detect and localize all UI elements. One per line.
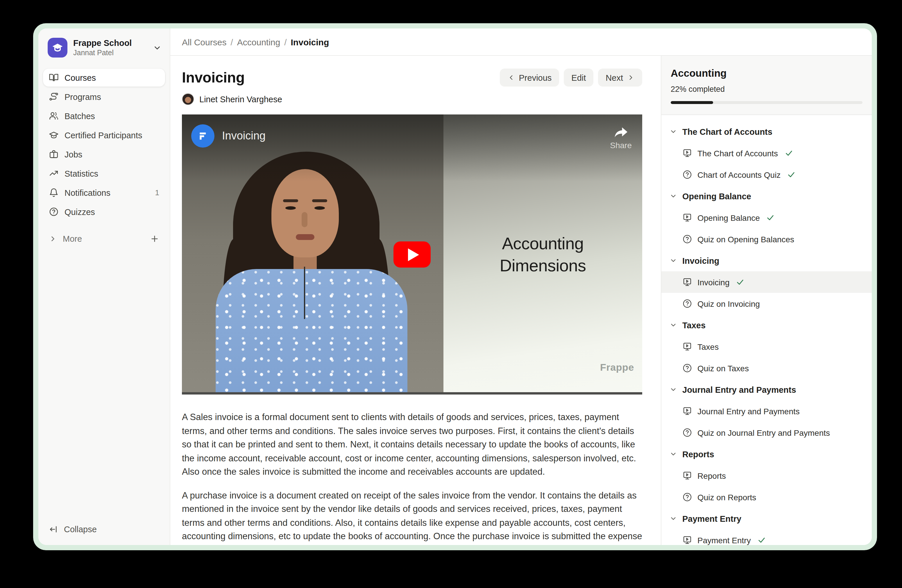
video-title-overlay: Invoicing — [191, 124, 266, 148]
outline-quiz-quiz-on-reports[interactable]: Quiz on Reports — [661, 486, 872, 508]
outline-item-label: Quiz on Opening Balances — [697, 235, 794, 244]
sidebar-item-label: Certified Participants — [64, 130, 143, 140]
chevron-down-icon — [153, 43, 161, 52]
help-circle-icon — [682, 428, 692, 438]
outline-quiz-quiz-on-journal-entry-and-payments[interactable]: Quiz on Journal Entry and Payments — [661, 422, 872, 443]
chapter-title: Taxes — [682, 321, 706, 330]
help-circle-icon — [682, 234, 692, 244]
outline-item-label: The Chart of Accounts — [697, 149, 778, 158]
outline-video-invoicing[interactable]: Invoicing — [661, 271, 872, 293]
workspace-user: Jannat Patel — [73, 48, 132, 57]
notification-count-badge: 1 — [155, 188, 159, 197]
outline-chapter-the-chart-of-accounts[interactable]: The Chart of Accounts — [661, 121, 872, 142]
outline-video-payment-entry[interactable]: Payment Entry — [661, 529, 872, 545]
sidebar-item-programs[interactable]: Programs — [43, 88, 165, 106]
chapter-title: Journal Entry and Payments — [682, 385, 796, 394]
collapse-label: Collapse — [64, 524, 97, 534]
chevron-down-icon — [670, 321, 677, 329]
frappe-video-logo-icon[interactable] — [191, 124, 215, 148]
completed-check-icon — [784, 149, 793, 158]
sidebar-item-more[interactable]: More — [43, 230, 165, 247]
lesson-main: Invoicing Previous Edit Nex — [170, 56, 661, 545]
sidebar-menu: CoursesProgramsBatchesCertified Particip… — [43, 69, 165, 221]
youtube-play-button[interactable] — [393, 241, 431, 267]
sidebar-item-notifications[interactable]: Notifications1 — [43, 184, 165, 202]
video-title[interactable]: Invoicing — [222, 130, 266, 142]
graduation-cap-icon — [49, 130, 59, 140]
monitor-play-icon — [682, 148, 692, 158]
sidebar-item-certified-participants[interactable]: Certified Participants — [43, 126, 165, 144]
monitor-play-icon — [682, 277, 692, 287]
monitor-play-icon — [682, 342, 692, 352]
help-circle-icon — [49, 207, 59, 217]
video-progress-bar[interactable] — [182, 392, 642, 394]
outline-quiz-quiz-on-invoicing[interactable]: Quiz on Invoicing — [661, 293, 872, 314]
outline-chapter-payment-entry[interactable]: Payment Entry — [661, 508, 872, 529]
chapter-title: Opening Balance — [682, 191, 751, 201]
page-title: Invoicing — [182, 69, 245, 86]
progress-text: 22% completed — [671, 85, 863, 94]
monitor-play-icon — [682, 213, 692, 222]
outline-chapter-journal-entry-and-payments[interactable]: Journal Entry and Payments — [661, 379, 872, 400]
chapter-title: Reports — [682, 449, 714, 459]
add-button[interactable] — [150, 234, 159, 243]
outline-item-label: Invoicing — [697, 277, 730, 287]
outline-video-the-chart-of-accounts[interactable]: The Chart of Accounts — [661, 142, 872, 164]
outline-item-label: Quiz on Reports — [697, 493, 756, 502]
lesson-paragraph: A Sales invoice is a formal document sen… — [182, 410, 642, 479]
frappe-school-logo — [48, 38, 67, 58]
sidebar-item-batches[interactable]: Batches — [43, 107, 165, 125]
sidebar-more-label: More — [63, 234, 82, 243]
workspace-switcher[interactable]: Frappe School Jannat Patel — [43, 34, 165, 61]
breadcrumb-all-courses[interactable]: All Courses — [182, 37, 226, 47]
outline-item-label: Taxes — [697, 342, 719, 351]
outline-video-reports[interactable]: Reports — [661, 465, 872, 486]
chapter-title: The Chart of Accounts — [682, 127, 772, 136]
outline-quiz-chart-of-accounts-quiz[interactable]: Chart of Accounts Quiz — [661, 164, 872, 185]
outline-video-opening-balance[interactable]: Opening Balance — [661, 207, 872, 228]
course-outline: Accounting 22% completed The Chart of Ac… — [661, 56, 872, 545]
monitor-play-icon — [682, 471, 692, 480]
sidebar-item-label: Quizzes — [64, 207, 95, 216]
breadcrumb-current: Invoicing — [291, 37, 329, 47]
slide-title: Accounting Dimensions — [443, 232, 642, 277]
previous-button[interactable]: Previous — [500, 69, 559, 87]
outline-video-taxes[interactable]: Taxes — [661, 336, 872, 357]
help-circle-icon — [682, 492, 692, 502]
app-window: Frappe School Jannat Patel CoursesProgra… — [33, 23, 877, 550]
collapse-button[interactable]: Collapse — [43, 520, 165, 538]
outline-quiz-quiz-on-opening-balances[interactable]: Quiz on Opening Balances — [661, 228, 872, 250]
check-icon — [757, 536, 766, 544]
outline-chapter-reports[interactable]: Reports — [661, 443, 872, 465]
outline-chapter-taxes[interactable]: Taxes — [661, 314, 872, 336]
outline-item-label: Chart of Accounts Quiz — [697, 170, 780, 179]
outline-chapter-invoicing[interactable]: Invoicing — [661, 250, 872, 271]
author-name: Linet Sherin Varghese — [199, 94, 282, 104]
frappe-watermark: Frappe — [600, 362, 634, 374]
chevron-down-icon — [670, 128, 677, 135]
outline-list: The Chart of AccountsThe Chart of Accoun… — [661, 115, 872, 545]
outline-item-label: Opening Balance — [697, 213, 760, 222]
completed-check-icon — [787, 170, 796, 179]
trending-up-icon — [49, 169, 59, 178]
next-button[interactable]: Next — [598, 69, 642, 87]
completed-check-icon — [766, 213, 775, 222]
sidebar-item-quizzes[interactable]: Quizzes — [43, 203, 165, 221]
sidebar-item-statistics[interactable]: Statistics — [43, 164, 165, 183]
sidebar-item-courses[interactable]: Courses — [43, 69, 165, 87]
share-button[interactable]: Share — [610, 126, 632, 150]
outline-item-label: Quiz on Taxes — [697, 363, 749, 373]
monitor-play-icon — [682, 406, 692, 416]
video-player[interactable]: Accounting Dimensions Frappe — [182, 114, 642, 394]
chapter-title: Payment Entry — [682, 514, 741, 523]
video-slide: Accounting Dimensions Frappe — [443, 114, 642, 394]
outline-chapter-opening-balance[interactable]: Opening Balance — [661, 185, 872, 207]
outline-item-label: Quiz on Journal Entry and Payments — [697, 428, 830, 437]
sidebar-item-label: Batches — [64, 111, 95, 120]
users-icon — [49, 111, 59, 121]
outline-video-journal-entry-and-payments[interactable]: Journal Entry and Payments — [661, 400, 872, 422]
outline-quiz-quiz-on-taxes[interactable]: Quiz on Taxes — [661, 357, 872, 379]
breadcrumb-course[interactable]: Accounting — [237, 37, 280, 47]
sidebar-item-jobs[interactable]: Jobs — [43, 145, 165, 163]
edit-button[interactable]: Edit — [564, 69, 594, 87]
